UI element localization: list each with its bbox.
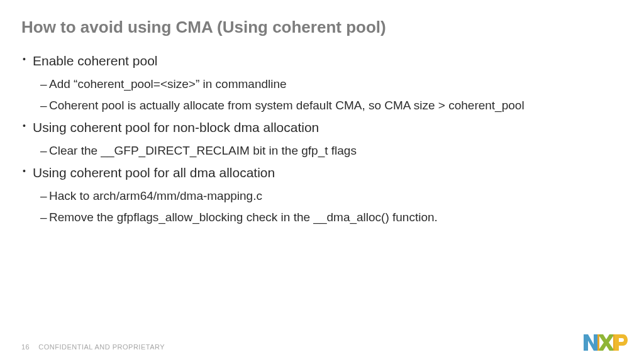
bullet-level1: Enable coherent pool xyxy=(33,52,623,70)
svg-marker-1 xyxy=(598,334,614,351)
bullet-level1: Using coherent pool for non-block dma al… xyxy=(33,119,623,136)
slide-footer: 16 CONFIDENTIAL AND PROPRIETARY xyxy=(21,343,165,351)
svg-marker-0 xyxy=(584,334,598,351)
bullet-level2: Clear the __GFP_DIRECT_RECLAIM bit in th… xyxy=(49,143,623,159)
slide-container: How to avoid using CMA (Using coherent p… xyxy=(0,0,644,362)
bullet-level2: Add “coherent_pool=<size>” in commandlin… xyxy=(49,76,623,92)
slide-title: How to avoid using CMA (Using coherent p… xyxy=(21,18,623,37)
bullet-level2: Coherent pool is actually allocate from … xyxy=(49,97,623,114)
confidential-label: CONFIDENTIAL AND PROPRIETARY xyxy=(38,343,165,351)
bullet-level2: Remove the gfpflags_allow_blocking check… xyxy=(49,209,623,226)
bullet-level2: Hack to arch/arm64/mm/dma-mapping.c xyxy=(49,188,623,204)
bullet-level1: Using coherent pool for all dma allocati… xyxy=(33,164,623,182)
page-number: 16 xyxy=(21,343,30,351)
nxp-logo-icon xyxy=(584,332,629,353)
slide-content: Enable coherent pool Add “coherent_pool=… xyxy=(21,52,623,225)
svg-rect-2 xyxy=(597,334,599,351)
